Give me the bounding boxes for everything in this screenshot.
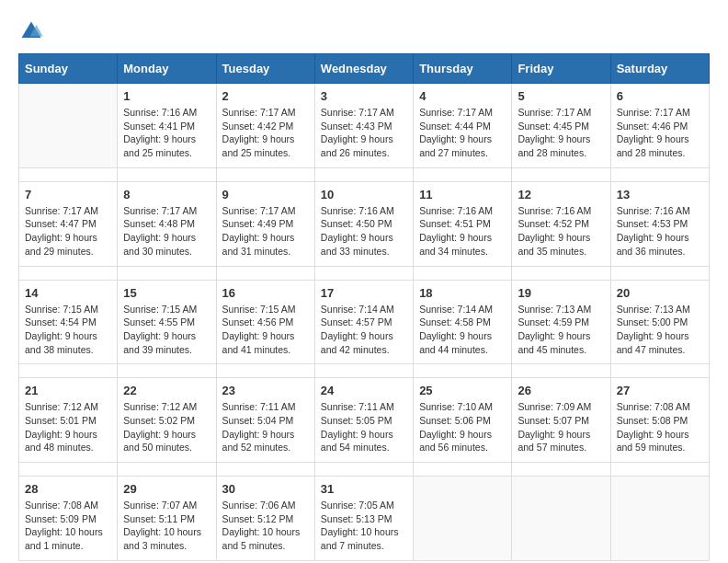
day-info: Sunrise: 7:16 AMSunset: 4:53 PMDaylight:… (617, 204, 703, 259)
calendar-day-cell: 28Sunrise: 7:08 AMSunset: 5:09 PMDayligh… (19, 477, 118, 561)
day-info: Sunrise: 7:17 AMSunset: 4:45 PMDaylight:… (518, 106, 604, 160)
day-info: Sunrise: 7:11 AMSunset: 5:05 PMDaylight:… (321, 400, 407, 454)
day-number: 30 (222, 482, 309, 496)
day-number: 18 (419, 286, 506, 300)
calendar-day-cell: 19Sunrise: 7:13 AMSunset: 4:59 PMDayligh… (512, 280, 610, 364)
calendar-week-row: 28Sunrise: 7:08 AMSunset: 5:09 PMDayligh… (19, 477, 710, 561)
day-number: 28 (25, 482, 111, 496)
day-number: 4 (419, 89, 506, 103)
calendar-day-cell: 7Sunrise: 7:17 AMSunset: 4:47 PMDaylight… (19, 181, 118, 266)
calendar-day-cell: 29Sunrise: 7:07 AMSunset: 5:11 PMDayligh… (118, 477, 216, 561)
day-number: 31 (321, 482, 407, 496)
day-number: 20 (617, 286, 703, 300)
calendar-day-cell: 30Sunrise: 7:06 AMSunset: 5:12 PMDayligh… (216, 477, 314, 561)
calendar-day-cell: 6Sunrise: 7:17 AMSunset: 4:46 PMDaylight… (610, 84, 709, 168)
logo (18, 18, 48, 44)
day-number: 27 (617, 384, 703, 397)
day-number: 23 (222, 384, 309, 397)
day-info: Sunrise: 7:13 AMSunset: 5:00 PMDaylight:… (617, 303, 703, 357)
week-separator (19, 463, 710, 477)
day-info: Sunrise: 7:17 AMSunset: 4:43 PMDaylight:… (321, 106, 407, 160)
day-info: Sunrise: 7:17 AMSunset: 4:44 PMDaylight:… (419, 106, 506, 160)
calendar-day-cell: 13Sunrise: 7:16 AMSunset: 4:53 PMDayligh… (610, 181, 709, 266)
weekday-header: Sunday (19, 54, 118, 84)
calendar-day-cell: 5Sunrise: 7:17 AMSunset: 4:45 PMDaylight… (512, 84, 610, 168)
day-number: 5 (518, 89, 604, 103)
day-number: 22 (123, 384, 210, 397)
day-info: Sunrise: 7:17 AMSunset: 4:42 PMDaylight:… (222, 106, 309, 160)
calendar-day-cell: 20Sunrise: 7:13 AMSunset: 5:00 PMDayligh… (610, 280, 709, 364)
calendar-day-cell: 21Sunrise: 7:12 AMSunset: 5:01 PMDayligh… (19, 378, 118, 463)
day-info: Sunrise: 7:06 AMSunset: 5:12 PMDaylight:… (222, 499, 309, 553)
day-number: 25 (419, 384, 506, 397)
weekday-header: Monday (118, 54, 216, 84)
calendar-day-cell: 31Sunrise: 7:05 AMSunset: 5:13 PMDayligh… (314, 477, 413, 561)
day-number: 2 (222, 89, 309, 103)
logo-icon (18, 18, 44, 44)
calendar-day-cell: 22Sunrise: 7:12 AMSunset: 5:02 PMDayligh… (118, 378, 216, 463)
calendar-day-cell (19, 84, 118, 168)
day-info: Sunrise: 7:08 AMSunset: 5:08 PMDaylight:… (617, 400, 703, 454)
calendar-week-row: 14Sunrise: 7:15 AMSunset: 4:54 PMDayligh… (19, 280, 710, 364)
calendar-day-cell: 2Sunrise: 7:17 AMSunset: 4:42 PMDaylight… (216, 84, 314, 168)
week-separator (19, 266, 710, 280)
calendar-day-cell: 4Sunrise: 7:17 AMSunset: 4:44 PMDaylight… (414, 84, 512, 168)
calendar-day-cell: 25Sunrise: 7:10 AMSunset: 5:06 PMDayligh… (414, 378, 512, 463)
day-number: 15 (123, 286, 210, 300)
calendar-day-cell: 10Sunrise: 7:16 AMSunset: 4:50 PMDayligh… (314, 181, 413, 266)
day-info: Sunrise: 7:12 AMSunset: 5:02 PMDaylight:… (123, 400, 210, 454)
day-number: 8 (123, 188, 210, 201)
calendar-day-cell: 26Sunrise: 7:09 AMSunset: 5:07 PMDayligh… (512, 378, 610, 463)
day-number: 19 (518, 286, 604, 300)
weekday-header: Friday (512, 54, 610, 84)
calendar-day-cell: 24Sunrise: 7:11 AMSunset: 5:05 PMDayligh… (314, 378, 413, 463)
day-number: 10 (321, 188, 407, 201)
day-info: Sunrise: 7:17 AMSunset: 4:48 PMDaylight:… (123, 204, 210, 259)
day-number: 21 (25, 384, 111, 397)
day-info: Sunrise: 7:05 AMSunset: 5:13 PMDaylight:… (321, 499, 407, 553)
day-info: Sunrise: 7:17 AMSunset: 4:46 PMDaylight:… (617, 106, 703, 160)
day-info: Sunrise: 7:14 AMSunset: 4:58 PMDaylight:… (419, 303, 506, 357)
day-number: 16 (222, 286, 309, 300)
day-number: 9 (222, 188, 309, 201)
day-number: 3 (321, 89, 407, 103)
day-number: 26 (518, 384, 604, 397)
calendar-day-cell: 23Sunrise: 7:11 AMSunset: 5:04 PMDayligh… (216, 378, 314, 463)
day-info: Sunrise: 7:16 AMSunset: 4:50 PMDaylight:… (321, 204, 407, 259)
day-info: Sunrise: 7:15 AMSunset: 4:54 PMDaylight:… (25, 303, 111, 357)
week-separator (19, 364, 710, 378)
calendar-day-cell: 14Sunrise: 7:15 AMSunset: 4:54 PMDayligh… (19, 280, 118, 364)
day-number: 12 (518, 188, 604, 201)
day-info: Sunrise: 7:16 AMSunset: 4:51 PMDaylight:… (419, 204, 506, 259)
calendar-week-row: 21Sunrise: 7:12 AMSunset: 5:01 PMDayligh… (19, 378, 710, 463)
calendar-week-row: 7Sunrise: 7:17 AMSunset: 4:47 PMDaylight… (19, 181, 710, 266)
day-info: Sunrise: 7:16 AMSunset: 4:52 PMDaylight:… (518, 204, 604, 259)
day-info: Sunrise: 7:09 AMSunset: 5:07 PMDaylight:… (518, 400, 604, 454)
calendar-week-row: 1Sunrise: 7:16 AMSunset: 4:41 PMDaylight… (19, 84, 710, 168)
calendar-day-cell: 9Sunrise: 7:17 AMSunset: 4:49 PMDaylight… (216, 181, 314, 266)
calendar-day-cell (414, 477, 512, 561)
day-number: 11 (419, 188, 506, 201)
day-info: Sunrise: 7:12 AMSunset: 5:01 PMDaylight:… (25, 400, 111, 454)
calendar-day-cell: 18Sunrise: 7:14 AMSunset: 4:58 PMDayligh… (414, 280, 512, 364)
page-header (18, 18, 710, 44)
calendar-table: SundayMondayTuesdayWednesdayThursdayFrid… (18, 53, 710, 561)
calendar-day-cell (610, 477, 709, 561)
day-number: 17 (321, 286, 407, 300)
calendar-header-row: SundayMondayTuesdayWednesdayThursdayFrid… (19, 54, 710, 84)
weekday-header: Saturday (610, 54, 709, 84)
day-number: 7 (25, 188, 111, 201)
day-info: Sunrise: 7:13 AMSunset: 4:59 PMDaylight:… (518, 303, 604, 357)
day-number: 24 (321, 384, 407, 397)
week-separator (19, 167, 710, 181)
calendar-day-cell: 27Sunrise: 7:08 AMSunset: 5:08 PMDayligh… (610, 378, 709, 463)
day-info: Sunrise: 7:15 AMSunset: 4:56 PMDaylight:… (222, 303, 309, 357)
calendar-day-cell: 15Sunrise: 7:15 AMSunset: 4:55 PMDayligh… (118, 280, 216, 364)
calendar-day-cell: 8Sunrise: 7:17 AMSunset: 4:48 PMDaylight… (118, 181, 216, 266)
day-number: 6 (617, 89, 703, 103)
day-info: Sunrise: 7:11 AMSunset: 5:04 PMDaylight:… (222, 400, 309, 454)
day-info: Sunrise: 7:08 AMSunset: 5:09 PMDaylight:… (25, 499, 111, 553)
calendar-day-cell: 16Sunrise: 7:15 AMSunset: 4:56 PMDayligh… (216, 280, 314, 364)
calendar-day-cell (512, 477, 610, 561)
calendar-day-cell: 17Sunrise: 7:14 AMSunset: 4:57 PMDayligh… (314, 280, 413, 364)
